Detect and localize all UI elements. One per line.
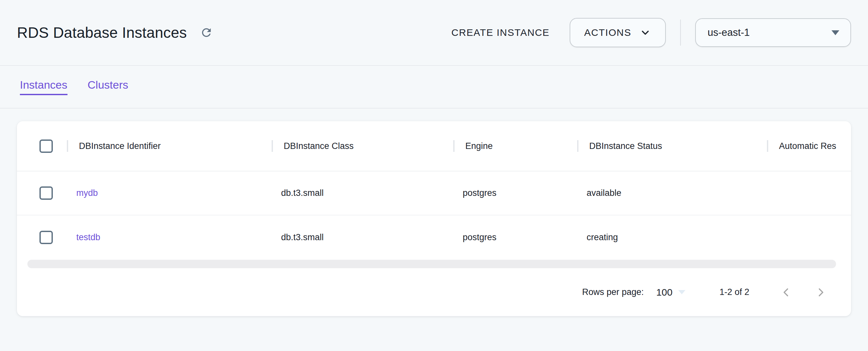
header-vertical-divider [680, 20, 681, 45]
instance-link[interactable]: testdb [76, 232, 100, 242]
column-header-class: DBInstance Class [284, 141, 354, 151]
tab-clusters[interactable]: Clusters [88, 78, 128, 95]
cell-status: creating [577, 232, 767, 243]
previous-page-button[interactable] [779, 286, 793, 299]
row-checkbox[interactable] [39, 186, 53, 200]
page-title: RDS Database Instances [17, 24, 187, 41]
triangle-down-icon [832, 30, 839, 35]
column-divider [767, 140, 768, 152]
horizontal-scrollbar[interactable] [27, 260, 836, 268]
column-header-identifier: DBInstance Identifier [79, 141, 161, 151]
column-divider [272, 140, 273, 152]
chevron-right-icon [814, 286, 828, 299]
pagination-range: 1-2 of 2 [719, 287, 749, 297]
instance-link[interactable]: mydb [76, 188, 98, 198]
page-header: RDS Database Instances CREATE INSTANCE A… [0, 0, 868, 66]
column-divider [67, 140, 68, 152]
column-divider [453, 140, 455, 152]
table-header-row: DBInstance Identifier DBInstance Class E… [17, 121, 851, 171]
refresh-button[interactable] [198, 24, 215, 41]
rows-per-page-label: Rows per page: [582, 287, 644, 297]
create-instance-button[interactable]: CREATE INSTANCE [451, 27, 550, 38]
table-row: testdb db.t3.small postgres creating [17, 216, 851, 259]
column-divider [577, 140, 579, 152]
actions-button[interactable]: ACTIONS [570, 18, 666, 47]
pagination-bar: Rows per page: 100 1-2 of 2 [17, 268, 851, 316]
select-all-checkbox[interactable] [39, 139, 53, 153]
triangle-down-icon [678, 290, 685, 294]
cell-db-class: db.t3.small [272, 232, 453, 243]
table-row: mydb db.t3.small postgres available [17, 171, 851, 216]
refresh-icon [200, 26, 213, 39]
chevron-down-icon [639, 26, 651, 39]
cell-engine: postgres [453, 188, 577, 198]
content-area: DBInstance Identifier DBInstance Class E… [0, 108, 868, 316]
cell-status: available [577, 188, 767, 198]
tabs-bar: Instances Clusters [0, 66, 868, 108]
cell-engine: postgres [453, 232, 577, 243]
tab-instances[interactable]: Instances [20, 78, 67, 95]
next-page-button[interactable] [814, 286, 828, 299]
cell-db-class: db.t3.small [272, 188, 453, 198]
column-header-status: DBInstance Status [589, 141, 662, 151]
region-selector-value: us-east-1 [708, 27, 750, 38]
instances-table-card: DBInstance Identifier DBInstance Class E… [17, 121, 851, 316]
actions-button-label: ACTIONS [584, 27, 631, 38]
rows-per-page-select[interactable]: 100 [656, 287, 672, 298]
row-checkbox[interactable] [39, 231, 53, 244]
chevron-left-icon [779, 286, 793, 299]
column-header-engine: Engine [465, 141, 493, 151]
region-selector[interactable]: us-east-1 [695, 18, 851, 47]
column-header-automatic-res: Automatic Res [779, 141, 836, 151]
